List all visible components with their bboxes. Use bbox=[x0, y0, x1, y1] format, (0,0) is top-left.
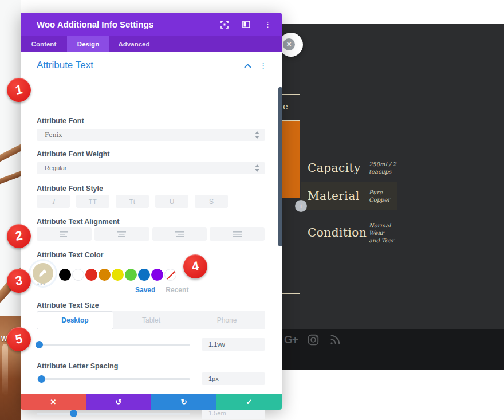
capitalize-button[interactable]: Tt bbox=[116, 195, 149, 208]
device-tab-desktop[interactable]: Desktop bbox=[37, 311, 113, 329]
attribute-font-weight-select[interactable]: Regular bbox=[37, 162, 265, 174]
eyedropper-icon bbox=[38, 269, 48, 278]
modal-title: Woo Additional Info Settings bbox=[37, 19, 220, 29]
responsive-device-tabs: Desktop Tablet Phone bbox=[37, 311, 265, 329]
swatch-white[interactable] bbox=[72, 269, 84, 281]
letter-spacing-slider-handle[interactable] bbox=[38, 375, 45, 383]
attribute-label: Condition bbox=[308, 226, 367, 240]
instagram-icon[interactable] bbox=[307, 333, 320, 346]
rss-icon[interactable] bbox=[329, 333, 341, 346]
swatch-blue[interactable] bbox=[138, 269, 150, 281]
align-left-button[interactable] bbox=[37, 227, 92, 241]
align-center-button[interactable] bbox=[94, 227, 149, 241]
annotation-badge-5: 5 bbox=[7, 327, 31, 351]
collapse-section-icon[interactable] bbox=[244, 60, 251, 70]
dock-modal-icon[interactable] bbox=[242, 21, 250, 28]
attribute-text-alignment-label: Attribute Text Alignment bbox=[37, 218, 119, 226]
italic-button[interactable]: I bbox=[37, 195, 70, 208]
modal-footer: ✕ ↺ ↻ ✓ bbox=[21, 394, 282, 410]
text-size-slider[interactable] bbox=[37, 344, 190, 346]
align-justify-icon bbox=[233, 231, 242, 237]
strikethrough-button[interactable]: S bbox=[195, 195, 228, 208]
copper-handle-shape bbox=[0, 142, 21, 166]
uppercase-button[interactable]: TT bbox=[76, 195, 109, 208]
align-center-icon bbox=[117, 231, 126, 237]
attribute-font-weight-value: Regular bbox=[45, 164, 67, 171]
woo-additional-info-settings-modal: Woo Additional Info Settings ⋮ Content D… bbox=[21, 13, 282, 410]
attribute-value: 250ml / 2 teacups bbox=[369, 160, 396, 175]
attribute-font-select[interactable]: Fenix bbox=[37, 129, 265, 141]
attribute-label: Capacity bbox=[308, 161, 361, 175]
redo-button[interactable]: ↻ bbox=[151, 394, 216, 410]
color-swatches bbox=[59, 269, 176, 281]
font-style-buttons: I TT Tt U S bbox=[37, 195, 265, 208]
align-right-button[interactable] bbox=[152, 227, 207, 241]
tab-content[interactable]: Content bbox=[21, 36, 67, 52]
annotation-badge-2: 2 bbox=[7, 224, 31, 248]
add-module-button[interactable]: + bbox=[295, 200, 307, 212]
letter-spacing-input[interactable]: 1px bbox=[202, 372, 265, 385]
tab-advanced[interactable]: Advanced bbox=[109, 36, 159, 52]
saved-colors-tab[interactable]: Saved bbox=[135, 286, 155, 294]
modal-body: Attribute Text ⋮ Attribute Font Fenix At… bbox=[21, 52, 282, 394]
annotation-badge-4: 4 bbox=[183, 254, 207, 278]
select-arrows-icon bbox=[255, 131, 259, 139]
save-button[interactable]: ✓ bbox=[216, 394, 282, 410]
device-tab-tablet[interactable]: Tablet bbox=[113, 311, 189, 329]
device-tab-phone[interactable]: Phone bbox=[189, 311, 265, 329]
align-justify-button[interactable] bbox=[210, 227, 265, 241]
product-title-fragment: e bbox=[283, 101, 288, 112]
annotation-badge-3: 3 bbox=[7, 269, 31, 293]
swatch-black[interactable] bbox=[59, 269, 71, 281]
swatch-orange[interactable] bbox=[99, 269, 111, 281]
align-right-icon bbox=[175, 231, 184, 237]
text-size-slider-handle[interactable] bbox=[36, 341, 43, 348]
modal-options-icon[interactable]: ⋮ bbox=[264, 21, 271, 28]
modal-header[interactable]: Woo Additional Info Settings ⋮ bbox=[21, 13, 282, 36]
swatch-transparent[interactable] bbox=[164, 269, 176, 281]
alignment-buttons bbox=[37, 227, 265, 241]
attribute-label: Material bbox=[308, 189, 360, 203]
swatch-green[interactable] bbox=[125, 269, 137, 281]
attribute-text-color-label: Attribute Text Color bbox=[37, 251, 103, 259]
expand-modal-icon[interactable] bbox=[220, 21, 229, 29]
undo-button[interactable]: ↺ bbox=[86, 394, 151, 410]
section-title[interactable]: Attribute Text bbox=[37, 60, 244, 71]
screen: Wo ✕ e + Capacity 250ml / 2 teacups Mate… bbox=[0, 0, 504, 420]
close-icon: ✕ bbox=[283, 38, 295, 50]
line-height-slider[interactable] bbox=[37, 413, 190, 415]
attribute-font-style-label: Attribute Font Style bbox=[37, 185, 103, 193]
attribute-letter-spacing-label: Attribute Letter Spacing bbox=[37, 362, 118, 370]
google-plus-icon[interactable]: G+ bbox=[284, 333, 298, 346]
line-height-slider-handle[interactable] bbox=[70, 410, 77, 417]
product-photo-strip: Wo bbox=[0, 0, 21, 420]
copper-handle-shape bbox=[0, 168, 21, 186]
attribute-value: Normal Wear and Tear bbox=[369, 222, 396, 244]
swatch-red[interactable] bbox=[85, 269, 97, 281]
current-color-well[interactable] bbox=[33, 263, 53, 284]
copper-highlight bbox=[2, 344, 8, 395]
more-colors-icon[interactable]: ••• bbox=[37, 281, 46, 287]
page-settings-button[interactable]: ✕ bbox=[279, 33, 303, 57]
swatch-yellow[interactable] bbox=[112, 269, 124, 281]
attribute-text-size-label: Attribute Text Size bbox=[37, 301, 99, 309]
text-size-input[interactable]: 1.1vw bbox=[202, 338, 265, 351]
attribute-row-material: Material Pure Copper bbox=[301, 182, 397, 210]
select-arrows-icon bbox=[255, 164, 259, 172]
attribute-font-weight-label: Attribute Font Weight bbox=[37, 150, 110, 158]
discard-button[interactable]: ✕ bbox=[21, 394, 86, 410]
attribute-value: Pure Copper bbox=[369, 189, 396, 203]
underline-button[interactable]: U bbox=[155, 195, 188, 208]
attribute-row-capacity: Capacity 250ml / 2 teacups bbox=[301, 154, 397, 182]
section-options-icon[interactable]: ⋮ bbox=[259, 62, 267, 69]
modal-scrollbar[interactable] bbox=[278, 87, 282, 246]
footer-social-links: G+ bbox=[284, 333, 341, 346]
tab-design[interactable]: Design bbox=[67, 36, 109, 52]
swatch-purple[interactable] bbox=[151, 269, 163, 281]
attribute-row-condition: Condition Normal Wear and Tear bbox=[301, 216, 397, 249]
attribute-font-label: Attribute Font bbox=[37, 117, 84, 125]
letter-spacing-slider[interactable] bbox=[37, 378, 190, 380]
recent-colors-tab[interactable]: Recent bbox=[166, 286, 188, 294]
align-left-icon bbox=[60, 231, 68, 237]
annotation-badge-1: 1 bbox=[7, 78, 31, 102]
